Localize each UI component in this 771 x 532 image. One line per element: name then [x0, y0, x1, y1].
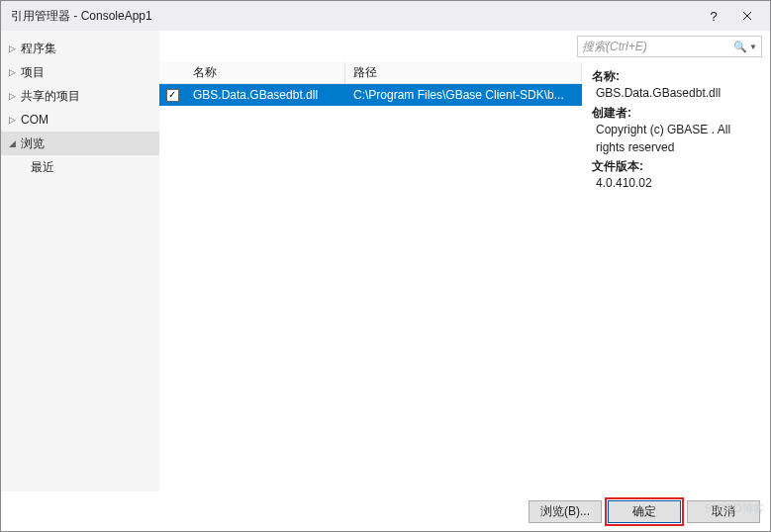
titlebar: 引用管理器 - ConsoleApp1 ? — [1, 1, 770, 31]
footer: 浏览(B)... 确定 取消 — [1, 491, 770, 531]
caret-down-icon: ◢ — [7, 138, 17, 148]
details-version-value: 4.0.410.02 — [596, 175, 762, 192]
details-panel: 名称: GBS.Data.GBasedbt.dll 创建者: Copyright… — [582, 62, 770, 491]
sidebar: ▷ 程序集 ▷ 项目 ▷ 共享的项目 ▷ COM ◢ 浏览 最近 — [1, 31, 159, 491]
sidebar-item-label: 共享的项目 — [21, 88, 80, 105]
caret-right-icon: ▷ — [7, 67, 17, 77]
cancel-button[interactable]: 取消 — [687, 500, 760, 523]
checkbox-checked-icon[interactable]: ✓ — [166, 89, 179, 102]
sidebar-item-browse[interactable]: ◢ 浏览 — [1, 132, 159, 155]
sidebar-item-com[interactable]: ▷ COM — [1, 108, 159, 132]
path-column-header[interactable]: 路径 — [345, 62, 582, 83]
dialog-body: ▷ 程序集 ▷ 项目 ▷ 共享的项目 ▷ COM ◢ 浏览 最近 🔍 ▼ — [1, 31, 770, 491]
details-creator-label: 创建者: — [592, 105, 762, 122]
name-column-header[interactable]: 名称 — [185, 62, 345, 83]
search-box[interactable]: 🔍 ▼ — [577, 36, 762, 57]
sidebar-item-label: 浏览 — [21, 135, 45, 152]
row-name: GBS.Data.GBasedbt.dll — [185, 88, 345, 102]
sidebar-item-shared[interactable]: ▷ 共享的项目 — [1, 84, 159, 108]
row-path: C:\Program Files\GBase Client-SDK\b... — [345, 88, 582, 102]
browse-button[interactable]: 浏览(B)... — [529, 500, 602, 523]
search-icon[interactable]: 🔍 — [733, 41, 747, 53]
details-version-label: 文件版本: — [592, 158, 762, 175]
details-creator-value: Copyright (c) GBASE . All rights reserve… — [596, 122, 762, 156]
sidebar-item-label: 项目 — [21, 64, 45, 81]
details-name-label: 名称: — [592, 68, 762, 85]
window-title: 引用管理器 - ConsoleApp1 — [11, 8, 697, 25]
content-row: 名称 路径 ✓ GBS.Data.GBasedbt.dll C:\Program… — [159, 62, 770, 491]
help-button[interactable]: ? — [697, 3, 730, 29]
search-row: 🔍 ▼ — [159, 31, 770, 62]
close-button[interactable] — [730, 3, 764, 29]
sidebar-item-label: 最近 — [31, 159, 54, 176]
sidebar-item-assemblies[interactable]: ▷ 程序集 — [1, 37, 159, 60]
sidebar-item-projects[interactable]: ▷ 项目 — [1, 60, 159, 84]
caret-right-icon: ▷ — [7, 115, 17, 125]
main-area: 🔍 ▼ 名称 路径 ✓ GBS.Data.GBasedbt.dll C:\Pro… — [159, 31, 770, 491]
checkbox-cell[interactable]: ✓ — [159, 89, 185, 102]
column-headers: 名称 路径 — [159, 62, 582, 84]
list-area: 名称 路径 ✓ GBS.Data.GBasedbt.dll C:\Program… — [159, 62, 582, 491]
close-icon — [742, 11, 752, 21]
list-row[interactable]: ✓ GBS.Data.GBasedbt.dll C:\Program Files… — [159, 84, 582, 106]
sidebar-item-label: COM — [21, 113, 48, 127]
chevron-down-icon[interactable]: ▼ — [749, 43, 757, 51]
sidebar-item-recent[interactable]: 最近 — [1, 155, 159, 179]
ok-button[interactable]: 确定 — [608, 500, 681, 523]
details-name-value: GBS.Data.GBasedbt.dll — [596, 85, 762, 102]
caret-right-icon: ▷ — [7, 44, 17, 53]
sidebar-item-label: 程序集 — [21, 41, 56, 57]
caret-right-icon: ▷ — [7, 91, 17, 101]
search-input[interactable] — [582, 40, 731, 53]
